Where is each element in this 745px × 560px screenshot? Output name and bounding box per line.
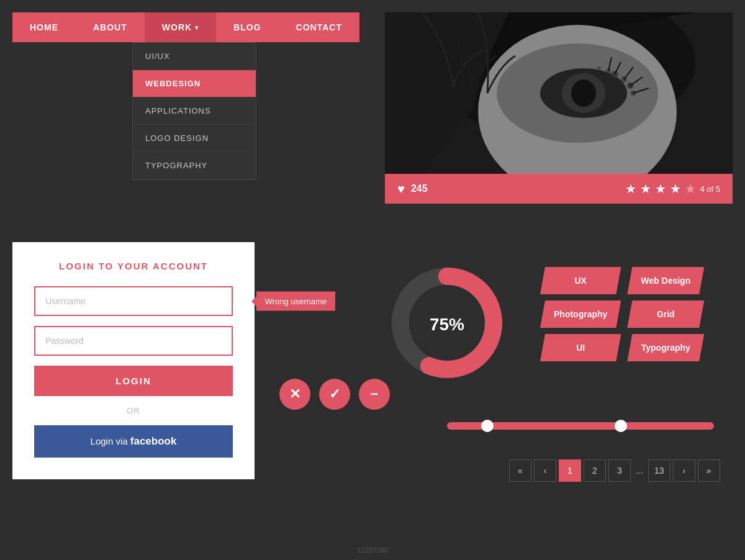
stars-section: ★ ★ ★ ★ ★ 4 of 5 (625, 181, 720, 196)
nav-home[interactable]: HOME (12, 12, 76, 42)
dropdown-applications[interactable]: APPLICATIONS (133, 97, 256, 125)
pagination-next[interactable]: › (673, 459, 695, 482)
image-bar: ♥ 245 ★ ★ ★ ★ ★ 4 of 5 (385, 174, 733, 204)
pagination-last-page[interactable]: 13 (648, 459, 670, 482)
username-wrapper: Wrong username (34, 286, 233, 316)
star-2: ★ (640, 181, 651, 196)
watermark: 12257390 (358, 546, 388, 554)
star-4: ★ (670, 181, 681, 196)
chevron-down-icon: ▾ (195, 24, 199, 31)
heart-icon: ♥ (397, 182, 405, 196)
pagination-first[interactable]: « (509, 459, 531, 482)
dropdown-typography[interactable]: TYPOGRAPHY (133, 152, 256, 179)
password-wrapper (34, 326, 233, 356)
nav-contact[interactable]: CONTACT (279, 12, 359, 42)
tag-ux[interactable]: UX (540, 267, 621, 294)
confirm-icon-button[interactable]: ✓ (319, 379, 350, 410)
nav-blog[interactable]: BLOG (216, 12, 278, 42)
pagination-prev[interactable]: ‹ (534, 459, 556, 482)
nav-about[interactable]: ABOUT (76, 12, 145, 42)
like-count: 245 (411, 183, 428, 194)
pagination: « ‹ 1 2 3 ... 13 › » (509, 459, 720, 482)
tag-ui[interactable]: UI (540, 334, 621, 361)
facebook-login-button[interactable]: Login via facebook (34, 425, 233, 458)
cancel-icon-button[interactable]: ✕ (279, 379, 310, 410)
login-card: LOGIN TO YOUR ACCOUNT Wrong username LOG… (12, 242, 255, 479)
login-button[interactable]: LOGIN (34, 366, 233, 396)
pagination-last[interactable]: » (698, 459, 720, 482)
minus-icon: − (371, 386, 379, 402)
star-1: ★ (625, 181, 636, 196)
pagination-page-3[interactable]: 3 (608, 459, 631, 482)
tag-grid[interactable]: Grid (627, 300, 704, 328)
svg-point-6 (571, 79, 596, 107)
portrait-image (385, 12, 733, 174)
pagination-page-1[interactable]: 1 (559, 459, 581, 482)
svg-text:75%: 75% (430, 315, 464, 334)
navbar: HOME ABOUT WORK ▾ BLOG CONTACT (12, 12, 359, 42)
tag-typography[interactable]: Typography (627, 334, 704, 361)
slider-section (447, 422, 714, 442)
dropdown-uiux[interactable]: UI/UX (133, 43, 256, 70)
check-icon: ✓ (329, 386, 340, 402)
tag-photography[interactable]: Photography (540, 300, 621, 328)
login-title: LOGIN TO YOUR ACCOUNT (34, 261, 233, 271)
nav-work[interactable]: WORK ▾ (145, 12, 216, 42)
facebook-pre-text: Login via (91, 436, 130, 446)
star-5: ★ (685, 181, 696, 196)
icon-buttons-group: ✕ ✓ − (279, 379, 390, 410)
svg-point-12 (597, 66, 601, 70)
slider-thumb-1[interactable] (481, 420, 494, 432)
dropdown-logodesign[interactable]: LOGO DESIGN (133, 125, 256, 152)
donut-chart: 75% (385, 261, 509, 385)
pagination-dots: ... (633, 466, 646, 476)
work-dropdown: UI/UX WEBDESIGN APPLICATIONS LOGO DESIGN… (132, 42, 256, 180)
dropdown-webdesign[interactable]: WEBDESIGN (133, 70, 256, 97)
slider-track[interactable] (447, 422, 714, 430)
facebook-bold-text: facebook (130, 435, 177, 447)
slider-thumb-2[interactable] (615, 420, 627, 432)
password-input[interactable] (34, 326, 233, 356)
like-section: ♥ 245 (397, 182, 428, 196)
rating-label: 4 of 5 (700, 184, 720, 194)
tag-webdesign[interactable]: Web Design (627, 267, 704, 294)
x-icon: ✕ (289, 386, 300, 402)
username-input[interactable] (34, 286, 233, 316)
tags-section: UX Web Design Photography Grid UI Typogr… (540, 267, 704, 361)
or-divider: OR (34, 406, 233, 415)
image-card: ♥ 245 ★ ★ ★ ★ ★ 4 of 5 (385, 12, 733, 204)
error-tooltip: Wrong username (256, 292, 335, 311)
star-3: ★ (655, 181, 666, 196)
pagination-page-2[interactable]: 2 (584, 459, 606, 482)
